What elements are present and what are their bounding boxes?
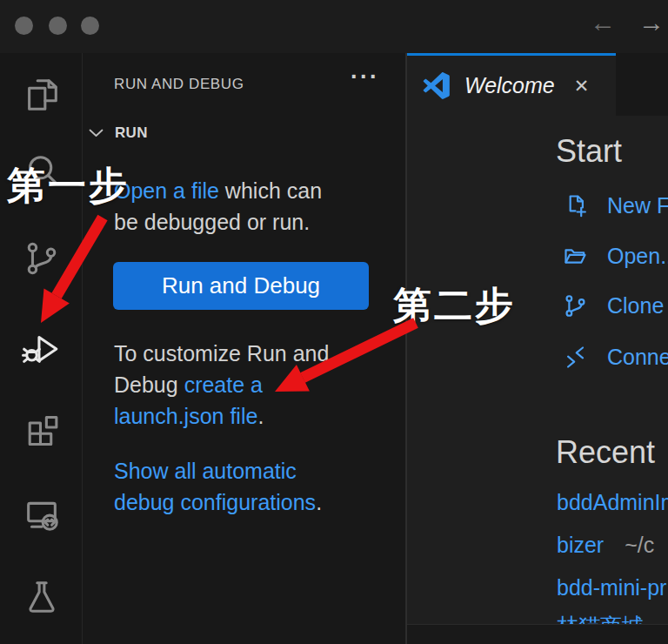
search-icon[interactable] (21, 150, 62, 191)
start-item-label: Connect to... (607, 345, 668, 370)
welcome-page: Start New File... Open... (407, 116, 668, 624)
run-debug-sidebar: RUN AND DEBUG ··· RUN Open a file which … (83, 53, 406, 644)
close-window-button[interactable] (15, 17, 33, 35)
run-and-debug-button[interactable]: Run and Debug (113, 262, 369, 310)
git-branch-icon (562, 292, 589, 319)
navigate-back-icon[interactable]: ← (590, 7, 616, 38)
tab-welcome[interactable]: Welcome ✕ (407, 53, 616, 116)
beaker-icon (22, 577, 62, 617)
start-item-label: Clone Git Repository... (607, 293, 668, 319)
open-file-text-line2: be debugged or run. (114, 206, 322, 238)
recent-item[interactable]: 林猫商城 (557, 612, 644, 624)
recent-item-name: bizer (557, 533, 604, 557)
recent-item-name: 林猫商城 (557, 614, 644, 624)
show-all-configs-link-line2[interactable]: debug configurations (114, 490, 316, 514)
create-launch-json-link[interactable]: create a (184, 372, 263, 397)
start-item-open[interactable]: Open... (562, 243, 668, 270)
start-item-new-file[interactable]: New File... (562, 192, 668, 219)
create-launch-json-link-line2[interactable]: launch.json file (114, 404, 257, 428)
open-file-text: Open a file which can be debugged or run… (114, 175, 322, 238)
tab-bar: Welcome ✕ (407, 53, 668, 116)
tab-title: Welcome (464, 73, 555, 98)
zoom-window-button[interactable] (81, 17, 99, 35)
vscode-window: ← → (0, 0, 668, 644)
start-item-label: New File... (607, 193, 668, 218)
testing-icon[interactable] (21, 576, 62, 617)
remote-connect-icon (562, 344, 589, 371)
sidebar-title: RUN AND DEBUG (114, 76, 244, 93)
show-all-period: . (316, 490, 322, 514)
recent-item[interactable]: bddAdminIm (557, 490, 668, 515)
customize-line1: To customize Run and (114, 338, 329, 369)
git-branch-icon (22, 238, 62, 278)
navigate-forward-icon[interactable]: → (638, 7, 665, 38)
customize-text: To customize Run and Debug create a laun… (114, 338, 329, 432)
activity-bar (0, 53, 83, 644)
show-all-text: Show all automatic debug configurations. (114, 455, 322, 518)
source-control-icon[interactable] (21, 238, 62, 278)
show-all-configs-link[interactable]: Show all automatic (114, 459, 297, 483)
start-item-label: Open... (607, 244, 668, 269)
recent-item-path: ~/c (625, 533, 654, 557)
editor-bottom-strip (407, 624, 668, 644)
minimize-window-button[interactable] (49, 17, 67, 35)
customize-period: . (257, 404, 264, 428)
recent-item-name: bdd-mini-pr (557, 575, 666, 600)
chevron-down-icon (89, 129, 104, 138)
open-folder-icon (562, 243, 589, 270)
recent-item[interactable]: bdd-mini-pr (557, 575, 666, 600)
extensions-squares-icon (22, 412, 62, 452)
files-icon (22, 75, 62, 115)
run-section-label: RUN (115, 124, 148, 142)
debug-play-bug-icon (22, 329, 62, 369)
extensions-icon[interactable] (21, 411, 62, 452)
start-item-clone[interactable]: Clone Git Repository... (562, 292, 668, 319)
editor-group: Welcome ✕ Start New File... Open... (406, 53, 668, 644)
open-a-file-link[interactable]: Open a file (114, 178, 219, 203)
vscode-logo-icon (423, 72, 450, 99)
magnifier-icon (22, 151, 62, 191)
remote-explorer-icon[interactable] (21, 493, 62, 534)
monitor-remote-icon (22, 494, 62, 534)
start-item-connect[interactable]: Connect to... (562, 344, 668, 371)
recent-heading: Recent (556, 434, 655, 471)
recent-item[interactable]: bizer~/c (557, 533, 654, 558)
explorer-icon[interactable] (21, 74, 62, 115)
titlebar: ← → (0, 0, 668, 53)
open-file-text-rest: which can (219, 178, 322, 203)
recent-item-name: bddAdminIm (557, 490, 668, 514)
more-actions-button[interactable]: ··· (351, 64, 379, 91)
start-heading: Start (556, 133, 622, 170)
run-and-debug-icon[interactable] (21, 328, 62, 369)
new-file-icon (562, 192, 589, 219)
close-tab-icon[interactable]: ✕ (574, 76, 590, 97)
run-section-header[interactable]: RUN (89, 124, 148, 142)
customize-line2-pre: Debug (114, 372, 184, 397)
